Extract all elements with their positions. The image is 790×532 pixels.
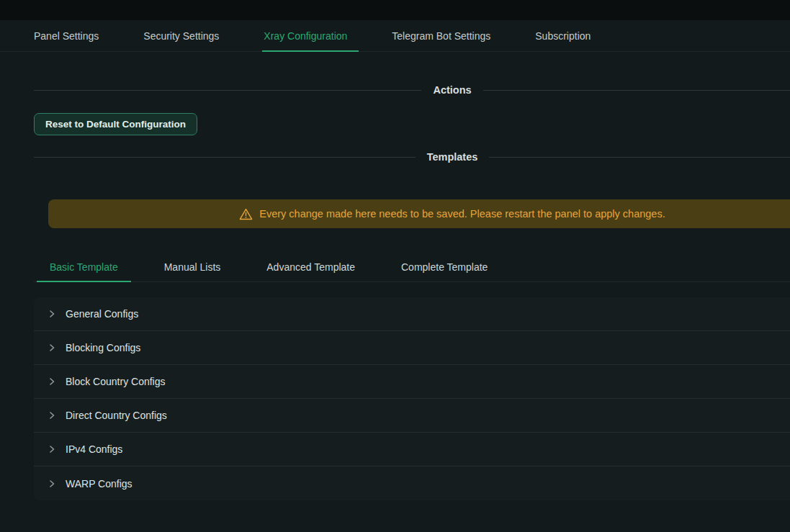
divider-line	[34, 90, 421, 91]
section-title-templates: Templates	[427, 151, 478, 163]
tab-complete-template[interactable]: Complete Template	[401, 253, 488, 281]
section-title-actions: Actions	[433, 84, 471, 96]
accordion-item-warp-configs[interactable]: WARP Configs	[34, 466, 790, 500]
tab-xray-configuration[interactable]: Xray Configuration	[264, 20, 347, 51]
tab-subscription[interactable]: Subscription	[535, 20, 591, 51]
chevron-right-icon	[48, 445, 56, 454]
templates-accordion: General Configs Blocking Configs Block C…	[34, 297, 790, 500]
xray-configuration-panel: Actions Reset to Default Configuration T…	[34, 84, 790, 500]
accordion-item-blocking-configs[interactable]: Blocking Configs	[34, 331, 790, 365]
divider-line	[34, 157, 416, 158]
template-tabs: Basic Template Manual Lists Advanced Tem…	[50, 253, 790, 281]
top-bar	[0, 0, 790, 20]
chevron-right-icon	[48, 310, 56, 318]
template-tabs-bar: Basic Template Manual Lists Advanced Tem…	[34, 253, 790, 282]
tab-basic-template[interactable]: Basic Template	[50, 253, 118, 281]
accordion-item-ipv4-configs[interactable]: IPv4 Configs	[34, 433, 790, 466]
templates-divider: Templates	[34, 151, 790, 163]
tab-security-settings[interactable]: Security Settings	[143, 20, 219, 51]
chevron-right-icon	[48, 411, 56, 420]
accordion-item-label: WARP Configs	[66, 478, 133, 490]
accordion-item-direct-country-configs[interactable]: Direct Country Configs	[34, 399, 790, 433]
reset-default-config-button[interactable]: Reset to Default Configuration	[34, 113, 197, 135]
divider-line	[489, 157, 790, 158]
accordion-item-label: General Configs	[66, 308, 138, 320]
tab-telegram-bot-settings[interactable]: Telegram Bot Settings	[392, 20, 490, 51]
settings-tabs: Panel Settings Security Settings Xray Co…	[0, 20, 790, 52]
accordion-item-label: IPv4 Configs	[66, 443, 122, 455]
accordion-item-general-configs[interactable]: General Configs	[34, 297, 790, 331]
tab-manual-lists[interactable]: Manual Lists	[164, 253, 221, 281]
accordion-item-block-country-configs[interactable]: Block Country Configs	[34, 365, 790, 399]
accordion-item-label: Blocking Configs	[66, 342, 140, 353]
chevron-right-icon	[48, 479, 56, 488]
actions-divider: Actions	[34, 84, 790, 96]
tab-advanced-template[interactable]: Advanced Template	[266, 253, 355, 281]
accordion-item-label: Block Country Configs	[66, 376, 166, 387]
warning-banner: Every change made here needs to be saved…	[48, 199, 790, 228]
chevron-right-icon	[48, 377, 56, 386]
chevron-right-icon	[48, 343, 56, 352]
warning-text: Every change made here needs to be saved…	[259, 208, 665, 220]
accordion-item-label: Direct Country Configs	[66, 410, 167, 421]
warning-icon	[239, 208, 253, 220]
divider-line	[483, 90, 790, 91]
tab-panel-settings[interactable]: Panel Settings	[34, 20, 99, 51]
